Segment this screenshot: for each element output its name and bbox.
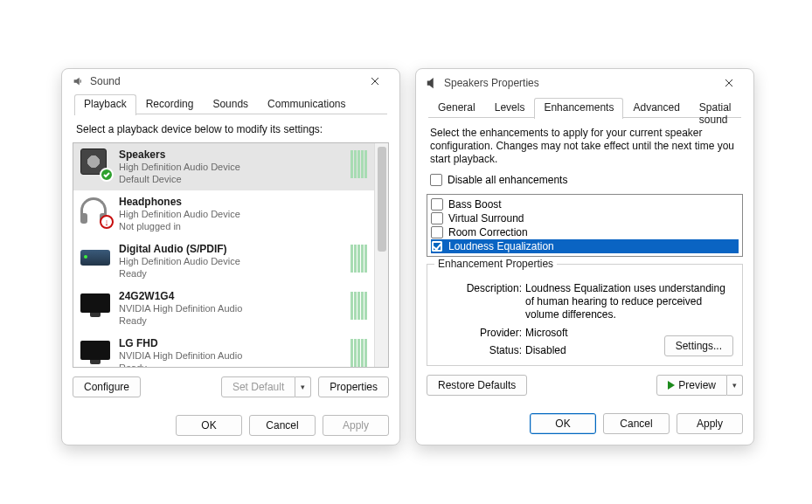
enhancement-properties-group: Enhancement Properties Description: Loud… [427,264,743,366]
enhancements-instruction: Select the enhancements to apply for you… [430,127,739,166]
device-line3: Not plugged in [119,220,367,232]
level-meter [350,150,367,178]
properties-button[interactable]: Properties [318,376,389,397]
close-button[interactable] [356,69,394,93]
tab-playback[interactable]: Playback [74,94,136,115]
enh-label: Loudness Equalization [448,240,554,252]
device-title: LG FHD [119,337,342,349]
tab-sounds[interactable]: Sounds [203,94,258,115]
ok-button[interactable]: OK [530,413,596,434]
device-line3: Ready [119,267,342,280]
scrollbar-thumb[interactable] [378,147,386,252]
headphones-icon: ↓ [80,196,110,225]
status-val: Disabled [525,344,566,356]
enhancements-list: Bass Boost Virtual Surround Room Correct… [427,194,743,257]
sound-dialog: Sound Playback Recording Sounds Communic… [61,68,400,445]
tab-levels[interactable]: Levels [485,98,535,119]
device-headphones[interactable]: ↓ Headphones High Definition Audio Devic… [73,190,374,238]
preview-dropdown[interactable]: ▾ [727,375,743,396]
checkbox[interactable] [431,240,443,252]
enh-room-correction[interactable]: Room Correction [431,225,739,239]
unplugged-badge-icon: ↓ [100,215,114,229]
set-default-button[interactable]: Set Default [221,376,295,397]
disable-all-checkbox[interactable] [430,174,442,186]
set-default-split[interactable]: Set Default ▾ [221,376,311,397]
playback-instruction: Select a playback device below to modify… [76,123,385,135]
device-line3: Ready [119,362,342,367]
props-tabs: General Levels Enhancements Advanced Spa… [428,97,741,118]
tab-spatial-sound[interactable]: Spatial sound [690,98,741,119]
monitor-icon [80,337,110,367]
device-title: Headphones [119,196,367,208]
device-line2: NVIDIA High Definition Audio [119,302,342,314]
cancel-button[interactable]: Cancel [603,413,670,434]
description-key: Description: [450,282,525,321]
enh-label: Room Correction [448,226,528,238]
device-monitor-2[interactable]: LG FHD NVIDIA High Definition Audio Read… [73,332,374,367]
preview-label: Preview [678,379,716,391]
checkbox[interactable] [431,226,443,238]
enh-virtual-surround[interactable]: Virtual Surround [431,211,739,225]
enh-label: Bass Boost [448,198,502,211]
tab-recording[interactable]: Recording [136,94,204,115]
apply-button[interactable]: Apply [323,415,389,436]
monitor-icon [80,290,110,320]
provider-key: Provider: [450,327,525,339]
device-title: 24G2W1G4 [119,290,342,302]
device-title: Speakers [119,148,342,161]
enh-loudness-equalization[interactable]: Loudness Equalization [431,239,739,253]
device-title: Digital Audio (S/PDIF) [119,243,342,255]
device-digital-audio[interactable]: Digital Audio (S/PDIF) High Definition A… [73,238,374,285]
set-default-dropdown[interactable]: ▾ [295,376,311,397]
level-meter [350,245,367,273]
restore-defaults-button[interactable]: Restore Defaults [427,375,527,396]
props-titlebar: Speakers Properties [416,69,753,97]
props-dialog-buttons: OK Cancel Apply [416,404,753,445]
description-val: Loudness Equalization uses understanding… [525,282,730,321]
device-line2: High Definition Audio Device [119,208,367,220]
spdif-icon [80,243,110,273]
disable-all-label: Disable all enhancements [448,174,567,186]
tab-enhancements[interactable]: Enhancements [534,98,623,119]
settings-button[interactable]: Settings... [664,335,733,356]
checkbox[interactable] [431,212,443,224]
tab-advanced[interactable]: Advanced [623,98,689,119]
props-title: Speakers Properties [444,77,710,89]
sound-icon [71,74,85,88]
status-key: Status: [450,344,525,356]
level-meter [350,292,367,320]
play-icon [668,381,675,390]
device-line3: Ready [119,314,342,327]
sound-dialog-buttons: OK Cancel Apply [62,406,399,446]
sound-title: Sound [90,75,356,87]
device-line2: High Definition Audio Device [119,255,342,267]
device-list-container: Speakers High Definition Audio Device De… [73,142,389,368]
scrollbar[interactable] [374,143,388,367]
tab-communications[interactable]: Communications [258,94,355,115]
device-list[interactable]: Speakers High Definition Audio Device De… [73,143,374,367]
sound-tabs: Playback Recording Sounds Communications [74,93,387,114]
checkbox[interactable] [431,198,443,211]
disable-all-row[interactable]: Disable all enhancements [430,173,739,187]
speaker-icon [425,76,439,90]
close-button[interactable] [710,71,748,95]
apply-button[interactable]: Apply [677,413,743,434]
device-speakers[interactable]: Speakers High Definition Audio Device De… [73,143,374,190]
configure-button[interactable]: Configure [73,376,141,397]
cancel-button[interactable]: Cancel [249,415,316,436]
device-line2: NVIDIA High Definition Audio [119,349,342,362]
preview-split[interactable]: Preview ▾ [656,375,743,396]
tab-general[interactable]: General [428,98,485,119]
device-line3: Default Device [119,173,342,185]
enh-bass-boost[interactable]: Bass Boost [431,197,739,211]
group-legend: Enhancement Properties [434,258,557,270]
preview-button[interactable]: Preview [656,375,727,396]
speaker-icon [80,148,110,178]
device-monitor-1[interactable]: 24G2W1G4 NVIDIA High Definition Audio Re… [73,285,374,332]
sound-titlebar: Sound [62,69,399,93]
enh-label: Virtual Surround [448,212,524,224]
default-badge-icon [100,168,114,182]
device-line2: High Definition Audio Device [119,161,342,173]
ok-button[interactable]: OK [176,415,242,436]
speakers-properties-dialog: Speakers Properties General Levels Enhan… [415,68,754,445]
